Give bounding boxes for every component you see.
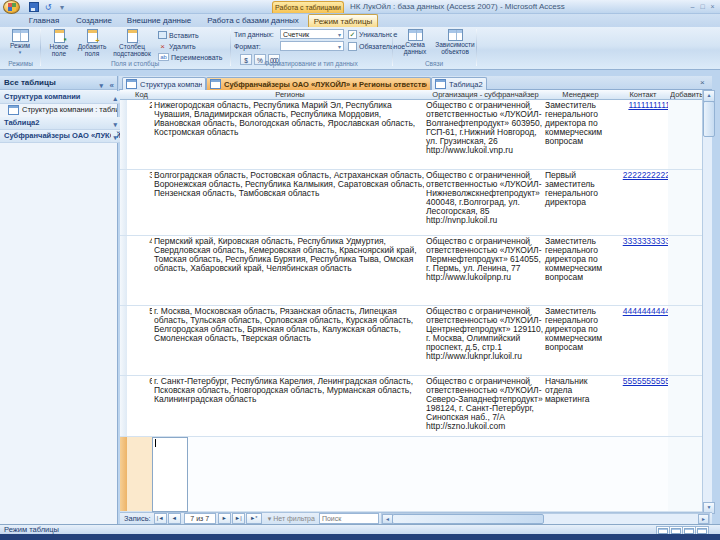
next-record-button[interactable]: ► — [218, 513, 231, 524]
cell-kontakt[interactable]: 2222222222 — [614, 170, 673, 236]
new-record-menedzher-cell[interactable] — [543, 437, 619, 512]
office-button[interactable] — [3, 0, 20, 14]
qat-customize-button[interactable]: ▾ — [56, 2, 68, 12]
table-icon — [8, 105, 19, 115]
search-input[interactable]: Поиск — [319, 513, 379, 524]
data-type-combo[interactable]: Счетчик ▾ — [280, 29, 344, 39]
close-document-icon[interactable]: × — [700, 78, 705, 87]
nav-item-label: Структура компании : таблица — [22, 104, 117, 116]
chevron-down-icon: ▾ — [60, 3, 64, 12]
filter-state[interactable]: ▾ Нет фильтра — [268, 515, 315, 523]
insert-icon — [158, 31, 167, 39]
lookup-column-button[interactable]: ◌ Столбец подстановок — [110, 29, 154, 60]
record-label: Запись: — [124, 514, 151, 523]
group-separator — [476, 29, 477, 66]
first-record-button[interactable]: |◄ — [154, 513, 167, 524]
cell-regiony[interactable]: Нижегородская область, Республика Марий … — [152, 100, 429, 170]
nav-item-struktura-table[interactable]: Структура компании : таблица — [0, 104, 117, 116]
active-cell[interactable] — [152, 437, 188, 512]
cell-organizatsiya[interactable]: Общество с ограниченной ответственностью… — [424, 376, 548, 437]
delete-column-button[interactable]: × Удалить — [158, 41, 196, 51]
scrollbar-thumb[interactable] — [703, 101, 715, 137]
title-bar: ↺ ▾ Работа с таблицами НК ЛукОйл : база … — [0, 0, 720, 14]
cell-menedzher[interactable]: Первый заместитель генерального директор… — [543, 170, 619, 236]
cell-organizatsiya[interactable]: Общество с ограниченной ответственностью… — [424, 306, 548, 376]
cell-kontakt[interactable]: 5555555555 — [614, 376, 673, 437]
group-label-relations: Связи — [394, 60, 474, 68]
nav-group-subfranchayzery[interactable]: Субфранчайзеры ОАО «ЛУКОЙЛ» и Регионы от… — [0, 130, 121, 143]
cell-kontakt[interactable]: 3333333333 — [614, 236, 673, 306]
record-position[interactable]: 7 из 7 — [184, 513, 216, 524]
delete-icon: × — [158, 42, 167, 51]
undo-button[interactable]: ↺ — [42, 2, 54, 12]
new-record-regiony-cell[interactable] — [152, 437, 429, 512]
object-dependencies-button[interactable]: Зависимости объектов — [436, 29, 474, 60]
taskbar-strip — [0, 534, 720, 540]
add-fields-icon: + — [87, 29, 98, 43]
cell-regiony[interactable]: г. Москва, Московская область, Рязанская… — [152, 306, 429, 376]
doc-tab-subfranchayzery[interactable]: Субфранчайзеры ОАО «ЛУКОЙЛ» и Регионы от… — [206, 77, 431, 90]
nav-group-tablitsa2[interactable]: Таблица2 ▾ — [0, 117, 121, 130]
navigation-pane: Все таблицы ▾ « Структура компании ▴ Стр… — [0, 76, 118, 524]
cell-organizatsiya[interactable]: Общество с ограниченной ответственностью… — [424, 170, 548, 236]
new-record-organizatsiya-cell[interactable] — [424, 437, 548, 512]
new-record-kontakt-cell[interactable] — [614, 437, 673, 512]
cell-organizatsiya[interactable]: Общество с ограниченной ответственностью… — [424, 100, 548, 170]
nav-group-struktura[interactable]: Структура компании ▴ — [0, 91, 121, 104]
chevron-up-icon: ▴ — [113, 93, 117, 104]
text-caret — [155, 439, 156, 447]
cell-menedzher[interactable]: Заместитель генерального директора по ко… — [543, 306, 619, 376]
tab-vneshnie-dannye[interactable]: Внешние данные — [124, 14, 194, 27]
tab-rabota-s-bazami[interactable]: Работа с базами данных — [202, 14, 304, 27]
tab-rezhim-tablitsy[interactable]: Режим таблицы — [308, 14, 378, 27]
filter-icon: ▾ — [268, 515, 272, 522]
insert-column-button[interactable]: Вставить — [158, 30, 199, 40]
column-header-kontakt[interactable]: Контакт▾ — [614, 90, 673, 100]
new-record-button[interactable]: ►* — [246, 513, 262, 524]
scrollbar-thumb[interactable] — [392, 514, 544, 524]
insert-label: Вставить — [169, 32, 199, 39]
datasheet-view-icon — [12, 29, 29, 42]
save-button[interactable] — [28, 2, 40, 12]
cell-regiony[interactable]: Пермский край, Кировская область, Респуб… — [152, 236, 429, 306]
cell-menedzher[interactable]: Начальник отдела маркетинга — [543, 376, 619, 437]
tab-glavnaya[interactable]: Главная — [24, 14, 64, 27]
new-field-button[interactable]: * Новое поле — [44, 29, 74, 60]
tab-sozdanie[interactable]: Создание — [72, 14, 116, 27]
table-row: 3 Волгоградская область, Ростовская обла… — [120, 170, 702, 236]
previous-record-button[interactable]: ◄ — [168, 513, 181, 524]
doc-tab-tablitsa2[interactable]: Таблица2 — [431, 77, 487, 90]
view-button[interactable]: Режим ▾ — [6, 29, 34, 60]
cell-kontakt[interactable]: 4444444444 — [614, 306, 673, 376]
minimize-button[interactable]: – — [688, 2, 697, 11]
cell-menedzher[interactable]: Заместитель генерального директора по ко… — [543, 100, 619, 170]
group-separator — [230, 29, 231, 66]
scroll-right-icon[interactable]: ► — [698, 514, 709, 524]
unique-checkbox[interactable]: ✓ Уникальное — [348, 30, 397, 39]
group-label-fields: Поля и столбцы — [42, 60, 228, 68]
vertical-scrollbar[interactable]: ▲ ▼ — [702, 90, 712, 512]
last-record-button[interactable]: ►| — [232, 513, 245, 524]
horizontal-scrollbar[interactable]: ◄ ► — [381, 513, 710, 525]
chevron-down-icon: ▾ — [111, 132, 117, 143]
column-header-menedzher[interactable]: Менеджер▾ — [543, 90, 619, 100]
cell-kontakt[interactable]: 1111111111 — [614, 100, 673, 170]
nav-pane-header[interactable]: Все таблицы ▾ « — [0, 76, 117, 90]
column-header-organizatsiya[interactable]: Организация - субфранчайзер▾ — [424, 90, 548, 100]
lookup-column-icon: ◌ — [127, 29, 138, 43]
cell-organizatsiya[interactable]: Общество с ограниченной ответственностью… — [424, 236, 548, 306]
cell-regiony[interactable]: Волгоградская область, Ростовская област… — [152, 170, 429, 236]
close-button[interactable]: × — [708, 2, 717, 11]
format-combo[interactable]: ▾ — [280, 41, 344, 51]
record-navigator-bar: Запись: |◄ ◄ 7 из 7 ► ►| ►* ▾ Нет фильтр… — [120, 512, 712, 524]
add-existing-fields-button[interactable]: + Добавить поля — [76, 29, 108, 60]
office-logo-icon — [8, 3, 16, 11]
maximize-button[interactable]: □ — [698, 2, 707, 11]
required-checkbox[interactable]: Обязательное — [348, 42, 405, 51]
relationships-button[interactable]: Схема данных — [398, 29, 432, 60]
cell-regiony[interactable]: г. Санкт-Петербург, Республика Карелия, … — [152, 376, 429, 437]
cell-menedzher[interactable]: Заместитель генерального директора по ко… — [543, 236, 619, 306]
group-label-format: Форматирование и тип данных — [232, 60, 390, 68]
doc-tab-struktura[interactable]: Структура компании — [122, 77, 206, 90]
column-header-regiony[interactable]: Регионы▾ — [152, 90, 429, 100]
